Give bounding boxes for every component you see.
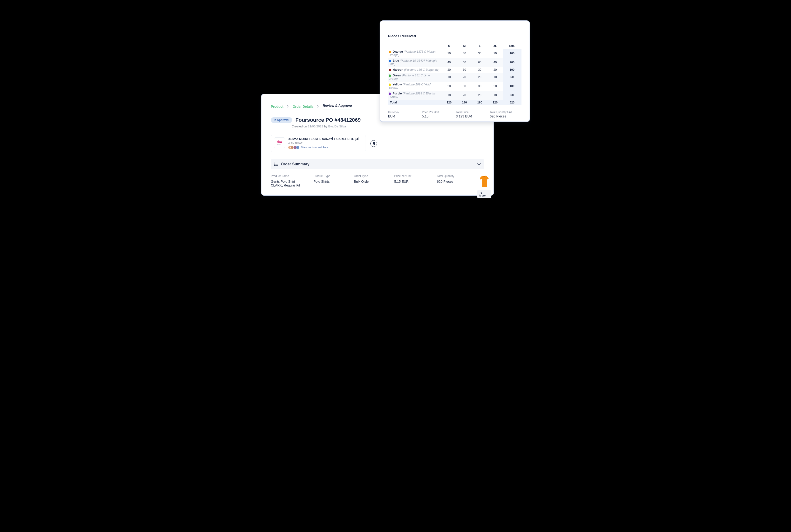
total-price-value: 3.193 EUR	[456, 114, 487, 118]
created-line: Created on 21/06/2023 by Eva Da Silva	[292, 125, 484, 128]
cell-s: 20	[442, 49, 457, 58]
cell-l: 30	[472, 49, 487, 58]
cell-m: 20	[457, 73, 472, 82]
cell-m: 30	[457, 82, 472, 91]
strip-ppu-label: Price Per Unit	[422, 111, 454, 113]
supplier-location: İzmir, Turkey	[288, 141, 360, 144]
col-m: M	[457, 43, 472, 49]
bookmark-button[interactable]	[370, 140, 377, 147]
cell-l: 20	[472, 73, 487, 82]
color-dot-icon	[389, 69, 391, 71]
cell-xl: 20	[487, 82, 503, 91]
color-name: Green	[393, 74, 401, 77]
product-type-value: Polo Shirts	[314, 179, 349, 184]
color-dot-icon	[389, 51, 391, 53]
total-price-label: Total Price	[456, 111, 487, 113]
svg-point-3	[274, 163, 275, 163]
color-dot-icon	[389, 60, 391, 62]
cell-l: 60	[472, 58, 487, 67]
table-row: Blue (Pantone 19-33427 Midnight Blue)406…	[388, 58, 521, 67]
cell-xl: 40	[487, 58, 503, 67]
qty-value: 620 Pieces	[437, 179, 472, 184]
created-date: 21/06/2023	[308, 125, 323, 128]
avatar	[296, 146, 300, 150]
created-by-prefix: by	[323, 125, 328, 128]
logo-sub: desma	[277, 144, 282, 146]
strip-ppu-value: 5,15	[422, 114, 454, 118]
ppu-label: Price per Unit	[394, 174, 435, 178]
table-total-row: Total120190190120620	[388, 100, 521, 106]
col-xl: XL	[487, 43, 503, 49]
cell-m: 20	[457, 91, 472, 100]
color-sub: (Pantone 186 C Burgundy)	[404, 68, 439, 72]
pieces-received-title: Pieces Received	[388, 34, 521, 38]
connections-text[interactable]: 10 connections work here	[301, 146, 328, 149]
svg-point-5	[274, 165, 275, 166]
cell-total: 100	[503, 49, 521, 58]
color-name: Yellow	[393, 83, 402, 86]
product-name-value: Gents Polo Shirt CLARK, Regular Fit	[271, 179, 307, 187]
ppu-value: 5,15 EUR	[394, 179, 430, 184]
order-type-value: Bulk Order	[354, 179, 390, 184]
chevron-down-icon[interactable]	[477, 163, 481, 166]
order-type-label: Order Type	[354, 174, 392, 178]
cell-xl: 10	[487, 91, 503, 100]
supplier-logo: dm desma	[274, 137, 285, 148]
product-image[interactable]	[477, 174, 491, 188]
summary-strip: Currency EUR Price Per Unit 5,15 Total P…	[388, 111, 521, 118]
tqu-label: Total Quantity Unit	[490, 111, 521, 113]
crumb-product[interactable]: Product	[271, 104, 284, 109]
created-by: Eva Da Silva	[328, 125, 346, 128]
cell-total: 60	[503, 73, 521, 82]
table-row: Green (Pantone 361 C Lime Green)10202010…	[388, 73, 521, 82]
cell-total: 100	[503, 67, 521, 73]
cell-l: 30	[472, 67, 487, 73]
total-l: 190	[472, 100, 487, 106]
cell-total: 100	[503, 82, 521, 91]
col-l: L	[472, 43, 487, 49]
po-title: Foursource PO #43412069	[295, 117, 361, 123]
qty-label: Total Quantity	[437, 174, 475, 178]
tqu-value: 620 Pieces	[490, 114, 521, 118]
color-dot-icon	[389, 75, 391, 77]
supplier-card[interactable]: dm desma DESMA MODA TEKSTİL SANAYİ TİCAR…	[271, 135, 366, 152]
color-name: Purple	[393, 92, 402, 95]
connection-avatars	[288, 146, 300, 150]
grand-total: 620	[503, 100, 521, 106]
crumb-order-details[interactable]: Order Details	[292, 104, 313, 109]
logo-main: dm	[277, 140, 282, 144]
color-dot-icon	[389, 83, 391, 86]
cell-l: 30	[472, 82, 487, 91]
supplier-name: DESMA MODA TEKSTİL SANAYİ TİCARET LTD. Ş…	[288, 137, 360, 141]
color-name: Maroon	[393, 68, 403, 72]
col-s: S	[442, 43, 457, 49]
total-s: 120	[442, 100, 457, 106]
cell-xl: 20	[487, 67, 503, 73]
section-title: Order Summary	[281, 162, 475, 166]
cell-total: 60	[503, 91, 521, 100]
more-images-badge[interactable]: +3 More	[477, 190, 491, 198]
svg-point-4	[274, 164, 275, 165]
total-xl: 120	[487, 100, 503, 106]
total-m: 190	[457, 100, 472, 106]
cell-m: 60	[457, 58, 472, 67]
cell-s: 10	[442, 73, 457, 82]
cell-xl: 10	[487, 73, 503, 82]
order-summary-header[interactable]: Order Summary	[271, 159, 484, 169]
color-dot-icon	[389, 93, 391, 95]
cell-m: 30	[457, 67, 472, 73]
chevron-right-icon	[317, 105, 319, 108]
created-prefix: Created on	[292, 125, 308, 128]
chevron-right-icon	[287, 105, 289, 108]
crumb-review-approve[interactable]: Review & Approve	[323, 104, 352, 109]
pieces-table: S M L XL Total Orange (Pantone 1375 C Vi…	[388, 43, 521, 106]
total-label: Total	[388, 100, 442, 106]
product-name-label: Product Name	[271, 174, 311, 178]
currency-label: Currency	[388, 111, 420, 113]
summary-grid: Product Name Product Type Order Type Pri…	[271, 174, 484, 198]
cell-s: 20	[442, 67, 457, 73]
table-row: Orange (Pantone 1375 C Vibrant Orange)20…	[388, 49, 521, 58]
table-row: Purple (Pantone 2593 C Electric Purple)1…	[388, 91, 521, 100]
bookmark-icon	[372, 142, 375, 145]
cell-m: 30	[457, 49, 472, 58]
